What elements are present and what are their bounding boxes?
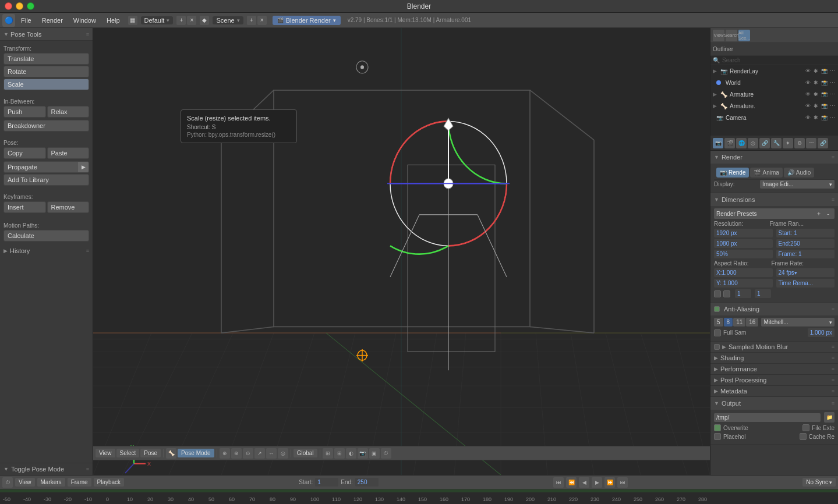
post-processing-section[interactable]: ▶ Post Processing ≡ xyxy=(710,375,838,386)
cursor-icon-cam[interactable]: ✱ xyxy=(812,114,819,121)
workspace-selector[interactable]: Default ▾ xyxy=(141,16,174,24)
aa-11-button[interactable]: 11 xyxy=(733,318,745,326)
prop-render-icon[interactable]: 📷 xyxy=(713,138,723,148)
view-button[interactable]: View xyxy=(713,30,724,41)
close-scene-button[interactable]: × xyxy=(257,16,267,25)
jump-prev-button[interactable]: ⏪ xyxy=(566,477,577,488)
vp-render-icon[interactable]: ◐ xyxy=(346,448,356,459)
resolution-x-field[interactable]: 1920 px xyxy=(714,229,773,237)
global-selector[interactable]: Global xyxy=(294,449,317,457)
output-browse-button[interactable]: 📁 xyxy=(824,412,835,423)
jump-next-button[interactable]: ⏩ xyxy=(604,477,615,488)
render-icon-arm1[interactable]: 📸 xyxy=(821,91,828,98)
viewport-icon-4[interactable]: ↗ xyxy=(254,448,265,459)
insert-button[interactable]: Insert xyxy=(3,201,46,213)
propagate-arrow[interactable]: ▶ xyxy=(78,162,89,172)
prop-curves-icon[interactable]: 〰 xyxy=(806,138,816,148)
prop-object-icon[interactable]: ◎ xyxy=(748,138,758,148)
aa-16-button[interactable]: 16 xyxy=(746,318,758,326)
add-to-library-button[interactable]: Add To Library xyxy=(3,174,89,186)
display-value[interactable]: Image Edi... ▾ xyxy=(760,180,835,189)
resolution-y-field[interactable]: 1080 px xyxy=(714,239,773,248)
minimize-button[interactable] xyxy=(16,2,23,10)
close-workspace-button[interactable]: × xyxy=(187,16,196,25)
play-button[interactable]: ▶ xyxy=(592,477,602,488)
viewport-icon-3[interactable]: ⊙ xyxy=(243,448,253,459)
breakdowner-button[interactable]: Breakdowner xyxy=(3,120,89,132)
prop-modifiers-icon[interactable]: 🔧 xyxy=(771,138,782,148)
copy-button[interactable]: Copy xyxy=(3,147,46,159)
full-sample-value[interactable]: 1.000 px xyxy=(808,328,835,337)
scale-button[interactable]: Scale xyxy=(3,79,89,90)
render-icon-world[interactable]: 📸 xyxy=(821,79,828,86)
all-scenes-button[interactable]: All Sce... xyxy=(738,30,750,41)
eye-icon-arm1[interactable]: 👁 xyxy=(804,91,811,98)
close-button[interactable] xyxy=(5,2,12,10)
viewport-icon-6[interactable]: ◎ xyxy=(278,448,288,459)
vp-screen-icon[interactable]: ▣ xyxy=(369,448,380,459)
pose-mode-selector[interactable]: Pose Mode xyxy=(178,449,214,457)
motion-blur-checkbox[interactable] xyxy=(714,344,720,350)
render-icon-arm2[interactable]: 📸 xyxy=(821,102,828,109)
frame-end-input[interactable]: 250 xyxy=(355,478,379,487)
search-button[interactable]: Search xyxy=(726,30,737,41)
render-icon[interactable]: 📸 xyxy=(821,68,828,74)
paste-button[interactable]: Paste xyxy=(47,147,90,159)
prop-particles-icon[interactable]: ✦ xyxy=(783,138,793,148)
anti-aliasing-header[interactable]: Anti-Aliasing ≡ xyxy=(710,303,838,315)
vp-timeline-icon[interactable]: ⏱ xyxy=(381,448,391,459)
render-icon-cam[interactable]: 📸 xyxy=(821,114,828,121)
menu-window[interactable]: Window xyxy=(69,15,101,26)
prop-world-icon[interactable]: 🌐 xyxy=(736,138,747,148)
aa-filter-dropdown[interactable]: Mitchell... ▾ xyxy=(761,318,835,326)
checkbox-1[interactable] xyxy=(714,290,721,297)
timeline-view-menu[interactable]: View xyxy=(15,478,35,487)
prop-scene-icon[interactable]: 🎬 xyxy=(724,138,735,148)
output-header[interactable]: ▼ Output ≡ xyxy=(710,397,838,410)
viewport-icon-2[interactable]: ⊕ xyxy=(231,448,242,459)
aspect-x-field[interactable]: X:1.000 xyxy=(714,268,773,277)
checkbox-2[interactable] xyxy=(723,290,730,297)
fps-field[interactable]: 24 fps ▾ xyxy=(776,268,835,277)
timeline-frame-menu[interactable]: Frame xyxy=(68,478,91,487)
outliner-item-renderlay[interactable]: ▶ 📷 RenderLay 👁 ✱ 📸 ⋯ xyxy=(710,65,838,77)
timeline-playback-menu[interactable]: Playback xyxy=(94,478,125,487)
viewport-icon-5[interactable]: ↔ xyxy=(266,448,277,459)
prop-physics-icon[interactable]: ⚙ xyxy=(794,138,805,148)
no-sync-selector[interactable]: No Sync ▾ xyxy=(802,478,836,487)
dimensions-header[interactable]: ▼ Dimensions ≡ xyxy=(710,193,838,206)
outliner-item-armature1[interactable]: ▶ 🦴 Armature 👁 ✱ 📸 ⋯ xyxy=(710,88,838,100)
outliner-item-armature2[interactable]: ▶ 🦴 Armature. 👁 ✱ 📸 ⋯ xyxy=(710,100,838,112)
frame-end-field[interactable]: End:250 xyxy=(776,239,835,248)
maximize-button[interactable] xyxy=(27,2,34,10)
aa-5-button[interactable]: 5 xyxy=(714,318,723,326)
render-presets-dropdown[interactable]: Render Presets + - xyxy=(714,208,835,219)
full-sample-checkbox[interactable] xyxy=(714,329,721,336)
menu-file[interactable]: File xyxy=(16,15,36,26)
overwrite-checkbox[interactable] xyxy=(714,424,721,431)
eye-icon[interactable]: 👁 xyxy=(804,68,811,74)
menu-render[interactable]: Render xyxy=(37,15,68,26)
render-tab-render[interactable]: 📷 Rende xyxy=(716,168,749,178)
field-1[interactable]: 1 xyxy=(735,289,751,298)
outliner-item-world[interactable]: World 👁 ✱ 📸 ⋯ xyxy=(710,77,838,88)
vp-obj-icon[interactable]: ⊞ xyxy=(334,448,345,459)
field-2[interactable]: 1 xyxy=(755,289,771,298)
relax-button[interactable]: Relax xyxy=(47,106,90,118)
remove-button[interactable]: Remove xyxy=(47,201,90,213)
render-tab-audio[interactable]: 🔊 Audio xyxy=(784,168,815,178)
play-reverse-button[interactable]: ◀ xyxy=(579,477,589,488)
viewport-icon-1[interactable]: ⊕ xyxy=(220,448,230,459)
translate-button[interactable]: Translate xyxy=(3,53,89,65)
shading-section[interactable]: ▶ Shading ≡ xyxy=(710,353,838,364)
vp-grid-icon[interactable]: ⊞ xyxy=(323,448,333,459)
calculate-button[interactable]: Calculate xyxy=(3,230,89,242)
outliner-item-camera[interactable]: 📷 Camera 👁 ✱ 📸 ⋯ xyxy=(710,112,838,123)
push-button[interactable]: Push xyxy=(3,106,46,118)
resolution-percent-field[interactable]: 50% xyxy=(714,250,773,258)
frame-start-input[interactable]: 1 xyxy=(315,478,338,487)
aa-enable-checkbox[interactable] xyxy=(714,306,720,312)
rotate-button[interactable]: Rotate xyxy=(3,66,89,77)
cursor-icon-arm1[interactable]: ✱ xyxy=(812,91,819,98)
cursor-icon-world[interactable]: ✱ xyxy=(812,79,819,86)
